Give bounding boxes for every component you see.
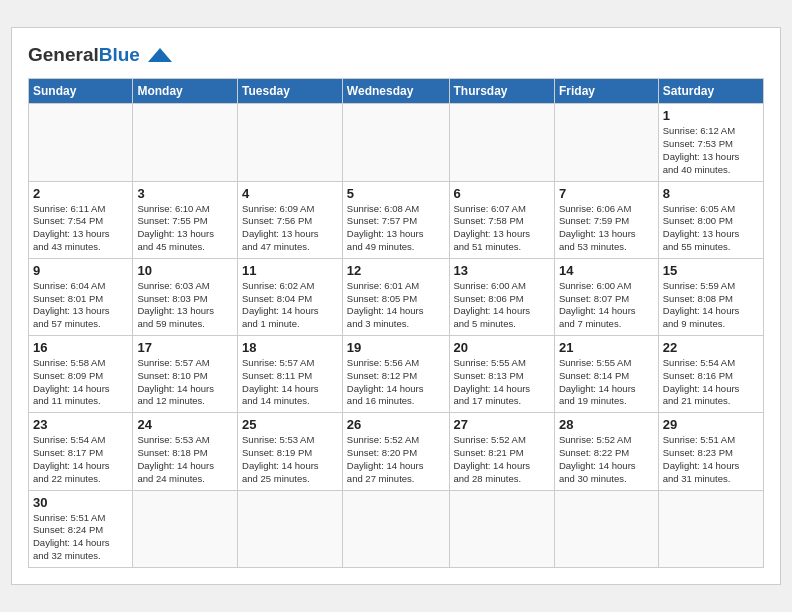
svg-rect-1 — [154, 58, 166, 62]
calendar-table: SundayMondayTuesdayWednesdayThursdayFrid… — [28, 78, 764, 568]
day-header-monday: Monday — [133, 79, 238, 104]
day-info: Sunrise: 6:05 AM Sunset: 8:00 PM Dayligh… — [663, 203, 759, 254]
calendar-cell: 29Sunrise: 5:51 AM Sunset: 8:23 PM Dayli… — [658, 413, 763, 490]
calendar-cell: 10Sunrise: 6:03 AM Sunset: 8:03 PM Dayli… — [133, 258, 238, 335]
calendar-cell: 30Sunrise: 5:51 AM Sunset: 8:24 PM Dayli… — [29, 490, 133, 567]
day-number: 15 — [663, 263, 759, 278]
day-info: Sunrise: 6:10 AM Sunset: 7:55 PM Dayligh… — [137, 203, 233, 254]
week-row-4: 16Sunrise: 5:58 AM Sunset: 8:09 PM Dayli… — [29, 336, 764, 413]
day-number: 7 — [559, 186, 654, 201]
week-row-6: 30Sunrise: 5:51 AM Sunset: 8:24 PM Dayli… — [29, 490, 764, 567]
day-number: 28 — [559, 417, 654, 432]
calendar-cell: 4Sunrise: 6:09 AM Sunset: 7:56 PM Daylig… — [238, 181, 343, 258]
calendar-cell: 3Sunrise: 6:10 AM Sunset: 7:55 PM Daylig… — [133, 181, 238, 258]
day-info: Sunrise: 6:09 AM Sunset: 7:56 PM Dayligh… — [242, 203, 338, 254]
calendar-cell: 5Sunrise: 6:08 AM Sunset: 7:57 PM Daylig… — [342, 181, 449, 258]
day-info: Sunrise: 5:55 AM Sunset: 8:13 PM Dayligh… — [454, 357, 550, 408]
calendar-cell: 2Sunrise: 6:11 AM Sunset: 7:54 PM Daylig… — [29, 181, 133, 258]
day-info: Sunrise: 5:54 AM Sunset: 8:16 PM Dayligh… — [663, 357, 759, 408]
day-number: 1 — [663, 108, 759, 123]
calendar-cell: 12Sunrise: 6:01 AM Sunset: 8:05 PM Dayli… — [342, 258, 449, 335]
calendar-cell: 26Sunrise: 5:52 AM Sunset: 8:20 PM Dayli… — [342, 413, 449, 490]
day-info: Sunrise: 6:12 AM Sunset: 7:53 PM Dayligh… — [663, 125, 759, 176]
calendar-cell: 21Sunrise: 5:55 AM Sunset: 8:14 PM Dayli… — [554, 336, 658, 413]
day-number: 18 — [242, 340, 338, 355]
day-number: 19 — [347, 340, 445, 355]
day-number: 25 — [242, 417, 338, 432]
day-header-wednesday: Wednesday — [342, 79, 449, 104]
calendar-cell: 18Sunrise: 5:57 AM Sunset: 8:11 PM Dayli… — [238, 336, 343, 413]
day-info: Sunrise: 6:08 AM Sunset: 7:57 PM Dayligh… — [347, 203, 445, 254]
day-info: Sunrise: 6:03 AM Sunset: 8:03 PM Dayligh… — [137, 280, 233, 331]
day-header-thursday: Thursday — [449, 79, 554, 104]
calendar-cell — [133, 104, 238, 181]
calendar-cell: 17Sunrise: 5:57 AM Sunset: 8:10 PM Dayli… — [133, 336, 238, 413]
day-info: Sunrise: 5:55 AM Sunset: 8:14 PM Dayligh… — [559, 357, 654, 408]
calendar-cell — [554, 104, 658, 181]
day-number: 23 — [33, 417, 128, 432]
day-number: 24 — [137, 417, 233, 432]
day-number: 5 — [347, 186, 445, 201]
day-number: 21 — [559, 340, 654, 355]
day-info: Sunrise: 5:54 AM Sunset: 8:17 PM Dayligh… — [33, 434, 128, 485]
header: GeneralBlue — [28, 44, 764, 66]
day-info: Sunrise: 6:01 AM Sunset: 8:05 PM Dayligh… — [347, 280, 445, 331]
calendar-cell: 11Sunrise: 6:02 AM Sunset: 8:04 PM Dayli… — [238, 258, 343, 335]
week-row-3: 9Sunrise: 6:04 AM Sunset: 8:01 PM Daylig… — [29, 258, 764, 335]
calendar-cell: 8Sunrise: 6:05 AM Sunset: 8:00 PM Daylig… — [658, 181, 763, 258]
calendar-cell — [449, 104, 554, 181]
day-info: Sunrise: 6:07 AM Sunset: 7:58 PM Dayligh… — [454, 203, 550, 254]
logo-icon — [144, 44, 176, 66]
day-info: Sunrise: 5:52 AM Sunset: 8:21 PM Dayligh… — [454, 434, 550, 485]
calendar-cell — [29, 104, 133, 181]
day-info: Sunrise: 5:52 AM Sunset: 8:22 PM Dayligh… — [559, 434, 654, 485]
days-header-row: SundayMondayTuesdayWednesdayThursdayFrid… — [29, 79, 764, 104]
day-header-saturday: Saturday — [658, 79, 763, 104]
day-info: Sunrise: 6:00 AM Sunset: 8:07 PM Dayligh… — [559, 280, 654, 331]
calendar-cell: 14Sunrise: 6:00 AM Sunset: 8:07 PM Dayli… — [554, 258, 658, 335]
day-number: 20 — [454, 340, 550, 355]
calendar-cell: 16Sunrise: 5:58 AM Sunset: 8:09 PM Dayli… — [29, 336, 133, 413]
calendar-cell: 27Sunrise: 5:52 AM Sunset: 8:21 PM Dayli… — [449, 413, 554, 490]
day-info: Sunrise: 5:52 AM Sunset: 8:20 PM Dayligh… — [347, 434, 445, 485]
day-header-friday: Friday — [554, 79, 658, 104]
day-info: Sunrise: 6:00 AM Sunset: 8:06 PM Dayligh… — [454, 280, 550, 331]
day-number: 4 — [242, 186, 338, 201]
day-number: 3 — [137, 186, 233, 201]
day-info: Sunrise: 5:53 AM Sunset: 8:19 PM Dayligh… — [242, 434, 338, 485]
week-row-5: 23Sunrise: 5:54 AM Sunset: 8:17 PM Dayli… — [29, 413, 764, 490]
day-info: Sunrise: 5:59 AM Sunset: 8:08 PM Dayligh… — [663, 280, 759, 331]
day-info: Sunrise: 5:58 AM Sunset: 8:09 PM Dayligh… — [33, 357, 128, 408]
calendar-cell — [658, 490, 763, 567]
day-info: Sunrise: 5:57 AM Sunset: 8:11 PM Dayligh… — [242, 357, 338, 408]
day-info: Sunrise: 5:57 AM Sunset: 8:10 PM Dayligh… — [137, 357, 233, 408]
calendar-cell — [449, 490, 554, 567]
day-info: Sunrise: 6:06 AM Sunset: 7:59 PM Dayligh… — [559, 203, 654, 254]
calendar-cell: 15Sunrise: 5:59 AM Sunset: 8:08 PM Dayli… — [658, 258, 763, 335]
day-info: Sunrise: 5:51 AM Sunset: 8:24 PM Dayligh… — [33, 512, 128, 563]
calendar-cell — [342, 490, 449, 567]
day-header-tuesday: Tuesday — [238, 79, 343, 104]
day-info: Sunrise: 6:02 AM Sunset: 8:04 PM Dayligh… — [242, 280, 338, 331]
calendar-cell: 1Sunrise: 6:12 AM Sunset: 7:53 PM Daylig… — [658, 104, 763, 181]
calendar-cell: 9Sunrise: 6:04 AM Sunset: 8:01 PM Daylig… — [29, 258, 133, 335]
day-number: 13 — [454, 263, 550, 278]
day-info: Sunrise: 5:53 AM Sunset: 8:18 PM Dayligh… — [137, 434, 233, 485]
day-number: 11 — [242, 263, 338, 278]
calendar-cell: 13Sunrise: 6:00 AM Sunset: 8:06 PM Dayli… — [449, 258, 554, 335]
calendar-cell: 22Sunrise: 5:54 AM Sunset: 8:16 PM Dayli… — [658, 336, 763, 413]
calendar-cell: 7Sunrise: 6:06 AM Sunset: 7:59 PM Daylig… — [554, 181, 658, 258]
day-info: Sunrise: 5:51 AM Sunset: 8:23 PM Dayligh… — [663, 434, 759, 485]
day-number: 30 — [33, 495, 128, 510]
calendar-cell: 6Sunrise: 6:07 AM Sunset: 7:58 PM Daylig… — [449, 181, 554, 258]
week-row-1: 1Sunrise: 6:12 AM Sunset: 7:53 PM Daylig… — [29, 104, 764, 181]
calendar-cell — [238, 104, 343, 181]
calendar-cell: 28Sunrise: 5:52 AM Sunset: 8:22 PM Dayli… — [554, 413, 658, 490]
calendar-cell: 24Sunrise: 5:53 AM Sunset: 8:18 PM Dayli… — [133, 413, 238, 490]
day-number: 12 — [347, 263, 445, 278]
calendar-cell — [133, 490, 238, 567]
day-number: 2 — [33, 186, 128, 201]
day-number: 9 — [33, 263, 128, 278]
calendar-cell — [554, 490, 658, 567]
day-number: 22 — [663, 340, 759, 355]
